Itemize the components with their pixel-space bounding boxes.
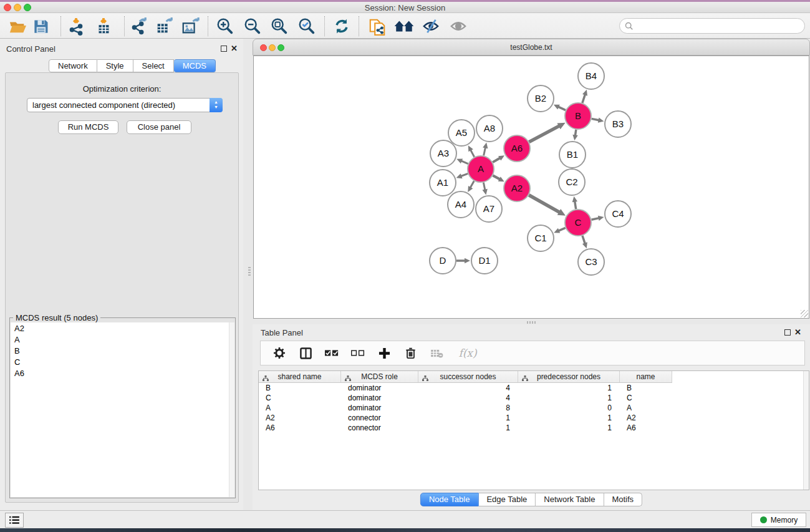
cell-mcds-role[interactable]: connector (341, 423, 418, 433)
graph-edge-A-A1[interactable] (461, 173, 468, 176)
cell-predecessor-nodes[interactable]: 1 (518, 393, 620, 403)
pane-resize-handle-horizontal[interactable] (527, 321, 537, 324)
tab-network[interactable]: Network (49, 59, 97, 72)
cell-mcds-role[interactable]: dominator (341, 383, 418, 393)
graph-edge-C-C2[interactable] (575, 201, 576, 210)
graph-edge-A-A8[interactable] (484, 147, 486, 155)
cell-name[interactable]: A2 (620, 413, 672, 423)
graph-edge-A-A3[interactable] (461, 161, 468, 164)
table-row[interactable]: A2connector11A2 (259, 413, 803, 423)
column-header-successor-nodes[interactable]: successor nodes (418, 371, 518, 383)
cell-shared-name[interactable]: B (259, 383, 341, 393)
clone-network-button[interactable] (367, 17, 388, 36)
graph-edge-A-A7[interactable] (483, 183, 485, 190)
cell-successor-nodes[interactable]: 8 (418, 403, 518, 413)
delete-table-button[interactable] (429, 346, 444, 360)
cell-predecessor-nodes[interactable]: 0 (518, 403, 620, 413)
tab-edge-table[interactable]: Edge Table (478, 493, 536, 506)
graph-edge-B-B4[interactable] (582, 94, 585, 103)
search-input[interactable] (637, 22, 804, 31)
import-network-button[interactable] (65, 17, 87, 36)
column-header-mcds-role[interactable]: MCDS role (341, 371, 418, 383)
cell-mcds-role[interactable]: connector (341, 413, 418, 423)
graph-edge-B-B2[interactable] (558, 107, 566, 110)
table-row[interactable]: A6connector11A6 (259, 423, 803, 433)
close-table-panel-icon[interactable]: ✕ (794, 327, 801, 337)
cell-shared-name[interactable]: A (259, 403, 341, 413)
cell-mcds-role[interactable]: dominator (341, 403, 418, 413)
float-panel-icon[interactable] (221, 46, 227, 52)
graph-edge-C-C3[interactable] (582, 236, 585, 244)
run-mcds-button[interactable]: Run MCDS (58, 120, 118, 134)
graph-edge-A-A5[interactable] (471, 150, 475, 157)
mcds-result-item[interactable]: A6 (11, 367, 234, 379)
cell-predecessor-nodes[interactable]: 1 (518, 413, 620, 423)
cell-shared-name[interactable]: A2 (259, 413, 341, 423)
search-field[interactable] (619, 18, 805, 34)
tab-mcds[interactable]: MCDS (174, 59, 216, 72)
table-row[interactable]: Adominator80A (259, 403, 803, 413)
cell-successor-nodes[interactable]: 1 (418, 413, 518, 423)
column-header-predecessor-nodes[interactable]: predecessor nodes (518, 371, 620, 383)
cell-shared-name[interactable]: A6 (259, 423, 341, 433)
graph-edge-A-A4[interactable] (470, 181, 474, 188)
export-image-button[interactable] (180, 17, 201, 36)
tab-network-table[interactable]: Network Table (536, 493, 604, 506)
graph-edge-C-C1[interactable] (559, 228, 566, 231)
select-all-rows-button[interactable] (324, 346, 339, 360)
table-scrollbar[interactable] (803, 371, 809, 490)
cell-successor-nodes[interactable]: 1 (418, 423, 518, 433)
deselect-all-rows-button[interactable] (350, 346, 365, 360)
network-canvas[interactable]: B4B2BB3A5A8A6A3B1AA1C2A2A4A7C4CC1C3DD1 (253, 56, 809, 319)
delete-column-button[interactable] (403, 346, 418, 360)
cell-name[interactable]: A6 (620, 423, 672, 433)
cell-name[interactable]: A (620, 403, 672, 413)
cell-predecessor-nodes[interactable]: 1 (518, 423, 620, 433)
memory-button[interactable]: Memory (751, 513, 806, 527)
zoom-out-button[interactable] (242, 17, 263, 36)
hide-graphics-details-button[interactable] (420, 17, 441, 36)
cell-successor-nodes[interactable]: 4 (418, 393, 518, 403)
cell-name[interactable]: C (620, 393, 672, 403)
export-table-button[interactable] (153, 17, 175, 36)
table-row[interactable]: Cdominator41C (259, 393, 803, 403)
table-settings-button[interactable] (272, 346, 287, 360)
save-session-button[interactable] (30, 17, 51, 36)
cell-mcds-role[interactable]: dominator (341, 393, 418, 403)
show-graphics-details-button[interactable] (448, 17, 469, 36)
table-row[interactable]: Bdominator41B (259, 383, 803, 393)
graph-edge-A-A6[interactable] (493, 158, 500, 162)
apply-function-button[interactable]: f(x) (455, 346, 480, 360)
tab-node-table[interactable]: Node Table (420, 493, 479, 506)
apply-layout-button[interactable] (331, 17, 352, 36)
cell-shared-name[interactable]: C (259, 393, 341, 403)
window-resize-grip[interactable] (801, 310, 808, 317)
column-header-name[interactable]: name (620, 371, 672, 383)
task-history-button[interactable] (5, 513, 24, 528)
graph-edge-C-C4[interactable] (591, 218, 599, 220)
float-table-panel-icon[interactable] (784, 329, 791, 336)
tab-style[interactable]: Style (97, 59, 133, 72)
zoom-selected-button[interactable] (296, 17, 317, 36)
cell-successor-nodes[interactable]: 4 (418, 383, 518, 393)
cell-predecessor-nodes[interactable]: 1 (518, 383, 620, 393)
close-panel-button[interactable]: Close panel (127, 120, 191, 134)
network-window-titlebar[interactable]: testGlobe.txt (253, 39, 810, 56)
graph-edge-A-A2[interactable] (493, 175, 499, 179)
mcds-result-list[interactable]: A2ABCA6 (11, 322, 234, 497)
zoom-fit-button[interactable] (269, 17, 290, 36)
add-column-button[interactable] (377, 346, 392, 360)
list-scrollbar[interactable] (229, 322, 234, 497)
mcds-result-item[interactable]: A (11, 334, 234, 345)
column-header-shared-name[interactable]: shared name (259, 371, 341, 383)
mcds-result-item[interactable]: A2 (11, 322, 234, 334)
export-network-button[interactable] (128, 17, 149, 36)
criterion-dropdown[interactable]: largest connected component (directed) ▲… (27, 98, 223, 112)
tab-motifs[interactable]: Motifs (604, 493, 642, 506)
pane-resize-handle-vertical[interactable] (248, 267, 251, 277)
cell-name[interactable]: B (620, 383, 672, 393)
mcds-result-item[interactable]: C (11, 356, 234, 367)
column-visibility-button[interactable] (298, 346, 313, 360)
graph-edge-B-B1[interactable] (575, 130, 576, 136)
zoom-in-button[interactable] (215, 17, 236, 36)
